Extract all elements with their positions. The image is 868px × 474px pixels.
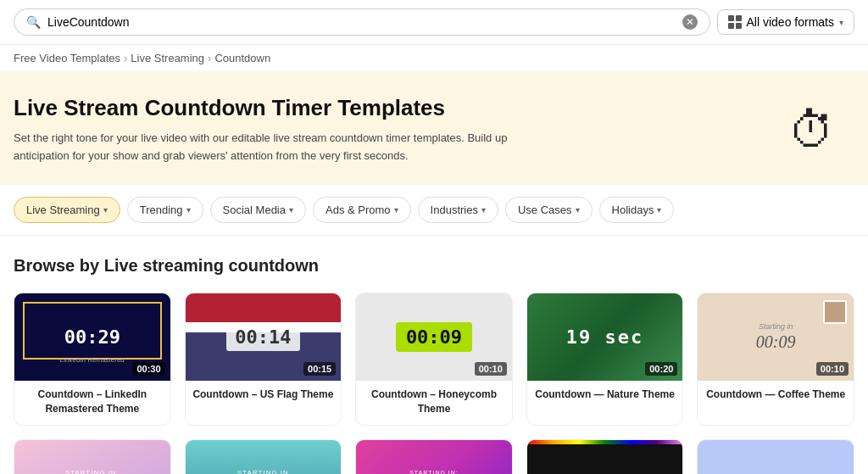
thumb-nature-time: 19 sec: [566, 326, 643, 348]
stopwatch-icon: ⏱: [788, 103, 836, 158]
thumb-brand: LinkedIn Remastered: [60, 356, 125, 364]
cat-live-streaming[interactable]: Live Streaming ▾: [14, 197, 120, 223]
hero-text: Live Stream Countdown Timer Templates Se…: [14, 95, 607, 165]
chevron-live-streaming: ▾: [103, 205, 108, 215]
template-card-black[interactable]: 00:58 1:00 Countdown – Black Stripe Them…: [526, 439, 684, 474]
thumb-coffee: Starting in 00:09 00:10: [698, 293, 854, 381]
breadcrumb-sep-1: ›: [124, 52, 127, 64]
duration-badge-usflag: 00:15: [303, 362, 336, 376]
thumb-usflag: 00:14 00:15: [186, 293, 342, 381]
thumb-ocean: STARTING IN 00:09 00:10: [186, 440, 342, 474]
browse-section: Browse by Live streaming countdown 00:29…: [0, 236, 868, 474]
chevron-ads-promo: ▾: [394, 205, 398, 215]
thumb-honeycomb-time: 00:09: [406, 326, 462, 348]
browse-title: Browse by Live streaming countdown: [14, 256, 854, 276]
template-card-honeycomb[interactable]: 00:09 00:10 Countdown – Honeycomb Theme: [355, 293, 513, 426]
thumb-honeycomb: 00:09 00:10: [356, 293, 512, 381]
breadcrumb-sep-2: ›: [208, 52, 211, 64]
search-input[interactable]: [47, 15, 676, 29]
thumb-linkedin: 00:29 LinkedIn Remastered 00:30: [14, 293, 170, 381]
breadcrumb-home[interactable]: Free Video Templates: [14, 52, 120, 64]
ocean-label: STARTING IN: [237, 469, 289, 474]
thumb-black: 00:58 1:00: [527, 440, 683, 474]
cat-industries[interactable]: Industries ▾: [418, 197, 498, 223]
chevron-social-media: ▾: [289, 205, 293, 215]
chevron-trending: ▾: [186, 205, 191, 215]
thumb-usflag-time: 00:14: [226, 323, 299, 351]
cat-social-media[interactable]: Social Media ▾: [210, 197, 306, 223]
pink-label: STARTING IN:: [409, 470, 459, 474]
thumb-pink: STARTING IN: 00:23 00:25: [356, 440, 512, 474]
template-grid-row2: STARTING IN: 00:09 00:10 Countdown – Sil…: [14, 439, 854, 474]
hero-description: Set the right tone for your live video w…: [14, 130, 522, 165]
cat-trending[interactable]: Trending ▾: [127, 197, 203, 223]
coffee-photo: [823, 300, 847, 324]
breadcrumb-live-streaming[interactable]: Live Streaming: [131, 52, 204, 64]
rainbow-bar: [527, 440, 683, 444]
chevron-holidays: ▾: [657, 205, 661, 215]
breadcrumb-current: Countdown: [214, 52, 270, 64]
template-card-silhouette[interactable]: STARTING IN: 00:09 00:10 Countdown – Sil…: [14, 439, 171, 474]
hero-section: Live Stream Countdown Timer Templates Se…: [0, 71, 868, 185]
category-tabs: Live Streaming ▾ Trending ▾ Social Media…: [0, 185, 868, 236]
search-icon: 🔍: [26, 15, 41, 29]
thumb-nature: 19 sec 00:20: [527, 293, 683, 381]
cat-use-cases[interactable]: Use Cases ▾: [505, 197, 593, 223]
grid-icon: [728, 15, 742, 29]
hero-title: Live Stream Countdown Timer Templates: [14, 95, 607, 121]
template-card-pink[interactable]: STARTING IN: 00:23 00:25 Countdown – Pin…: [355, 439, 513, 474]
coffee-label: Starting in: [759, 322, 793, 331]
format-label: All video formats: [747, 15, 834, 29]
thumb-coffee-time: 00:09: [756, 332, 796, 352]
template-card-usflag[interactable]: 00:14 00:15 Countdown – US Flag Theme: [185, 293, 342, 426]
chevron-use-cases: ▾: [576, 205, 580, 215]
template-card-nature[interactable]: 19 sec 00:20 Countdown — Nature Theme: [526, 293, 684, 426]
search-input-wrap: 🔍 ✕: [14, 8, 710, 36]
chevron-industries: ▾: [481, 205, 486, 215]
silhouette-label: STARTING IN:: [65, 469, 120, 474]
template-label-honeycomb: Countdown – Honeycomb Theme: [356, 381, 512, 425]
template-label-coffee: Countdown — Coffee Theme: [698, 381, 854, 410]
cat-holidays[interactable]: Holidays ▾: [599, 197, 675, 223]
clear-search-button[interactable]: ✕: [682, 14, 698, 30]
template-card-ocean[interactable]: STARTING IN 00:09 00:10 Countdown – Ocea…: [185, 439, 342, 474]
thumb-border: [23, 302, 162, 360]
honeycomb-time-box: 00:09: [396, 322, 472, 352]
duration-badge-linkedin: 00:30: [132, 362, 164, 376]
duration-badge-coffee: 00:10: [816, 362, 849, 376]
template-card-coffee[interactable]: Starting in 00:09 00:10 Countdown — Coff…: [697, 293, 854, 426]
chevron-down-icon: ▾: [839, 18, 843, 27]
breadcrumb: Free Video Templates › Live Streaming › …: [0, 45, 868, 71]
thumb-silhouette: STARTING IN: 00:09 00:10: [14, 440, 170, 474]
cat-ads-promo[interactable]: Ads & Promo ▾: [313, 197, 411, 223]
template-label-usflag: Countdown – US Flag Theme: [186, 381, 342, 410]
template-label-nature: Countdown — Nature Theme: [527, 381, 683, 410]
template-label-linkedin: Countdown – LinkedIn Remastered Theme: [14, 381, 170, 425]
duration-badge-honeycomb: 00:10: [475, 362, 507, 376]
search-bar: 🔍 ✕ All video formats ▾: [0, 0, 868, 45]
template-card-linkedin[interactable]: 00:29 LinkedIn Remastered 00:30 Countdow…: [14, 293, 171, 426]
hero-image: ⏱: [770, 92, 854, 168]
format-selector-button[interactable]: All video formats ▾: [717, 9, 854, 35]
template-card-starburst[interactable]: 00:19 🧑 00:20 Countdown – Starburst Them…: [697, 439, 854, 474]
template-grid-row1: 00:29 LinkedIn Remastered 00:30 Countdow…: [14, 293, 854, 426]
duration-badge-nature: 00:20: [645, 362, 677, 376]
thumb-starburst: 00:19 🧑 00:20: [698, 440, 854, 474]
